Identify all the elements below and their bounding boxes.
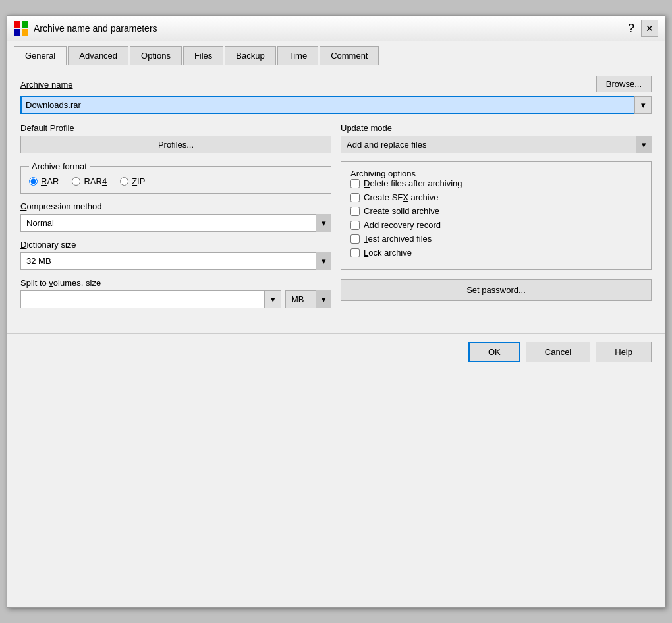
check-sfx[interactable]: Create SFX archive [350, 192, 642, 202]
archive-format-title: Archive format [29, 161, 90, 171]
split-dropdown-arrow[interactable]: ▾ [264, 290, 281, 308]
check-lock-input[interactable] [350, 248, 360, 257]
winrar-icon [14, 21, 28, 36]
tab-files[interactable]: Files [183, 46, 223, 65]
tab-options[interactable]: Options [130, 46, 182, 65]
archiving-options-title: Archiving options [350, 169, 416, 178]
radio-rar4-input[interactable] [72, 177, 80, 186]
update-mode-select-wrap: Add and replace files Add and update fil… [341, 136, 652, 153]
help-icon-button[interactable]: ? [624, 22, 638, 36]
radio-zip-input[interactable] [120, 177, 128, 186]
svg-rect-0 [14, 21, 20, 28]
dictionary-section: Dictionary size 128 KB256 KB512 KB 1 MB2… [20, 240, 331, 270]
split-row: ▾ BKBMBGB ▾ [20, 290, 331, 308]
compression-select[interactable]: Store Fastest Fast Normal Good Best [20, 214, 331, 232]
check-delete-files[interactable]: Delete files after archiving [350, 178, 642, 188]
archive-name-input-wrap: ▾ [20, 96, 652, 114]
bottom-buttons: OK Cancel Help [7, 333, 665, 373]
split-input[interactable] [20, 290, 281, 308]
archive-name-row: Archive name Browse... [20, 76, 652, 92]
unit-select-wrap: BKBMBGB ▾ [285, 290, 331, 308]
check-lock[interactable]: Lock archive [350, 248, 642, 257]
right-section: Archiving options Delete files after arc… [341, 161, 652, 316]
left-section: Archive format RAR RAR4 ZIP [20, 161, 331, 316]
archive-format-box: Archive format RAR RAR4 ZIP [20, 161, 331, 194]
check-delete-files-label: Delete files after archiving [364, 178, 462, 188]
compression-section: Compression method Store Fastest Fast No… [20, 202, 331, 232]
cancel-button[interactable]: Cancel [526, 342, 590, 362]
compression-label: Compression method [20, 202, 331, 211]
check-recovery[interactable]: Add recovery record [350, 220, 642, 230]
radio-rar4[interactable]: RAR4 [72, 176, 107, 186]
update-mode-label: Update mode [341, 123, 652, 133]
radio-rar-input[interactable] [29, 177, 38, 186]
archive-format-radio-group: RAR RAR4 ZIP [29, 176, 323, 186]
radio-zip[interactable]: ZIP [120, 176, 145, 186]
check-solid[interactable]: Create solid archive [350, 206, 642, 216]
check-test[interactable]: Test archived files [350, 234, 642, 244]
check-delete-files-input[interactable] [350, 179, 360, 188]
check-test-input[interactable] [350, 234, 360, 244]
dictionary-label: Dictionary size [20, 240, 331, 250]
update-mode-label-rest: pdate mode [347, 123, 392, 133]
radio-rar-label: RAR [41, 176, 59, 186]
main-dialog: Archive name and parameters ? ✕ General … [7, 15, 665, 608]
title-controls: ? ✕ [624, 20, 658, 37]
dictionary-select[interactable]: 128 KB256 KB512 KB 1 MB2 MB4 MB 8 MB16 M… [20, 252, 331, 270]
dialog-title: Archive name and parameters [34, 23, 619, 34]
unit-select[interactable]: BKBMBGB [285, 290, 331, 308]
profile-updatemode-row: Default Profile Profiles... Update mode … [20, 123, 652, 153]
radio-rar4-label: RAR4 [84, 176, 107, 186]
radio-rar[interactable]: RAR [29, 176, 59, 186]
dictionary-dropdown-wrap: 128 KB256 KB512 KB 1 MB2 MB4 MB 8 MB16 M… [20, 252, 331, 270]
update-mode-col: Update mode Add and replace files Add an… [341, 123, 652, 153]
archive-name-input[interactable] [20, 96, 652, 114]
help-button[interactable]: Help [596, 342, 652, 362]
check-sfx-label: Create SFX archive [364, 192, 438, 202]
profiles-button[interactable]: Profiles... [20, 136, 331, 153]
check-test-label: Test archived files [364, 234, 432, 244]
svg-rect-1 [22, 21, 28, 28]
check-recovery-input[interactable] [350, 221, 360, 230]
default-profile-col: Default Profile Profiles... [20, 123, 331, 153]
split-section: Split to volumes, size ▾ BKBMBGB ▾ [20, 278, 331, 308]
check-solid-input[interactable] [350, 207, 360, 216]
check-sfx-input[interactable] [350, 193, 360, 202]
close-button[interactable]: ✕ [641, 20, 658, 37]
set-password-button[interactable]: Set password... [341, 279, 652, 301]
archive-name-dropdown-arrow[interactable]: ▾ [634, 96, 652, 114]
tabs-bar: General Advanced Options Files Backup Ti… [7, 41, 665, 65]
check-solid-label: Create solid archive [364, 206, 439, 216]
radio-zip-label: ZIP [132, 176, 145, 186]
title-bar: Archive name and parameters ? ✕ [7, 16, 665, 41]
dialog-body: Archive name Browse... ▾ Default Profile… [7, 65, 665, 333]
tab-backup[interactable]: Backup [225, 46, 275, 65]
check-lock-label: Lock archive [364, 248, 412, 257]
tab-time[interactable]: Time [277, 46, 318, 65]
update-mode-select[interactable]: Add and replace files Add and update fil… [341, 136, 652, 153]
set-password-wrap: Set password... [341, 279, 652, 301]
svg-rect-2 [14, 29, 20, 36]
archive-name-label: Archive name [20, 80, 72, 90]
browse-button[interactable]: Browse... [596, 76, 652, 92]
compression-dropdown-wrap: Store Fastest Fast Normal Good Best ▾ [20, 214, 331, 232]
tab-comment[interactable]: Comment [320, 46, 379, 65]
format-options-row: Archive format RAR RAR4 ZIP [20, 161, 652, 316]
split-label: Split to volumes, size [20, 278, 331, 288]
ok-button[interactable]: OK [468, 342, 520, 362]
tab-advanced[interactable]: Advanced [68, 46, 128, 65]
tab-general[interactable]: General [14, 46, 67, 65]
split-input-wrap: ▾ [20, 290, 281, 308]
default-profile-label: Default Profile [20, 123, 331, 133]
archiving-options-box: Archiving options Delete files after arc… [341, 161, 652, 270]
svg-rect-3 [22, 29, 28, 36]
check-recovery-label: Add recovery record [364, 220, 441, 230]
